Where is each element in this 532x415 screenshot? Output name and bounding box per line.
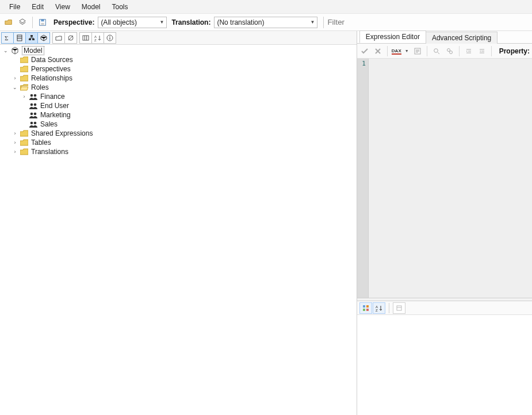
tree-item-label: Roles [31, 83, 49, 91]
svg-rect-1 [41, 19, 44, 21]
editor-code-area[interactable] [369, 59, 532, 298]
expand-icon[interactable]: › [12, 149, 18, 155]
svg-point-32 [434, 48, 438, 52]
hidden-objects-icon[interactable] [64, 32, 77, 44]
property-label: Property: [499, 47, 530, 55]
expression-editor[interactable]: 1 [357, 59, 532, 298]
left-pane: Σ AZ [0, 31, 357, 415]
chevron-down-icon[interactable]: ▼ [405, 49, 409, 53]
tree-item-label: End User [40, 102, 69, 110]
folder-icon [20, 56, 29, 64]
tab-expression-editor[interactable]: Expression Editor [359, 30, 426, 43]
svg-point-20 [30, 94, 33, 97]
indent-icon[interactable] [464, 46, 474, 56]
menu-edit[interactable]: Edit [26, 1, 49, 13]
columns-view-icon[interactable] [13, 32, 26, 44]
folder-open-icon [20, 83, 29, 91]
perspective-combo[interactable]: (All objects) ▼ [98, 17, 167, 28]
property-grid[interactable] [357, 315, 532, 415]
tree-item-role-sales[interactable]: › Sales [18, 120, 357, 129]
deploy-icon[interactable] [16, 16, 29, 29]
perspective-value: (All objects) [101, 18, 137, 26]
filter-info-icon[interactable] [104, 32, 116, 44]
expand-icon[interactable]: › [12, 75, 18, 81]
svg-rect-4 [17, 35, 22, 41]
partitions-view-icon[interactable] [37, 32, 50, 44]
svg-point-21 [34, 94, 37, 97]
tree-item-data-sources[interactable]: ▸ Data Sources [9, 55, 357, 64]
find-icon[interactable] [431, 46, 442, 56]
sort-icon[interactable]: AZ [91, 32, 104, 44]
role-icon [29, 111, 38, 119]
outdent-icon[interactable] [477, 46, 487, 56]
chevron-down-icon: ▼ [159, 20, 164, 25]
menu-file[interactable]: File [3, 1, 26, 13]
collapse-icon[interactable]: ⌄ [2, 48, 9, 53]
tree-item-label: Finance [40, 93, 65, 101]
alphabetical-sort-icon[interactable]: AZ [373, 302, 385, 314]
svg-rect-2 [41, 22, 44, 25]
svg-rect-7 [30, 35, 33, 37]
tree-item-label: Translations [31, 148, 68, 156]
translation-combo[interactable]: (No translation) ▼ [214, 17, 317, 28]
tree-item-label: Tables [31, 139, 51, 147]
tree-item-translations[interactable]: › Translations [9, 147, 357, 156]
svg-point-35 [449, 51, 452, 53]
dax-mode-icon[interactable]: DAX [392, 46, 401, 56]
tree-item-tables[interactable]: › Tables [9, 138, 357, 147]
tree-item-role-finance[interactable]: › Finance [18, 92, 357, 101]
separator [491, 46, 492, 56]
svg-rect-45 [366, 309, 369, 311]
tree-item-label: Sales [40, 120, 58, 128]
collapse-icon[interactable]: ⌄ [12, 84, 18, 90]
table-icon[interactable] [79, 32, 92, 44]
tree-item-relationships[interactable]: › Relationships [9, 74, 357, 83]
tree-item-roles[interactable]: ⌄ Roles [9, 83, 357, 92]
menu-view[interactable]: View [49, 1, 76, 13]
script-icon[interactable] [412, 46, 423, 56]
svg-rect-8 [29, 39, 31, 40]
main-toolbar: Perspective: (All objects) ▼ Translation… [0, 14, 532, 31]
svg-point-24 [30, 113, 33, 116]
display-folders-icon[interactable] [52, 32, 65, 44]
svg-rect-19 [109, 37, 110, 40]
property-pages-icon[interactable] [393, 302, 405, 314]
expand-icon[interactable]: › [12, 130, 18, 136]
expand-icon[interactable]: › [21, 94, 28, 99]
measures-view-icon[interactable]: Σ [1, 32, 14, 44]
svg-point-26 [30, 122, 33, 125]
tree-item-label: Perspectives [31, 65, 71, 73]
tree-item-label: Shared Expressions [31, 129, 93, 137]
tree-item-shared-expressions[interactable]: › Shared Expressions [9, 129, 357, 138]
tree-item-perspectives[interactable]: ▸ Perspectives [9, 64, 357, 74]
model-tree[interactable]: ⌄ Model ▸ Data Sources ▸ Perspectives › … [0, 45, 357, 415]
save-icon[interactable] [36, 16, 49, 29]
accept-icon[interactable] [359, 46, 370, 56]
replace-icon[interactable] [445, 46, 455, 56]
menu-tools[interactable]: Tools [106, 1, 134, 13]
tree-item-role-marketing[interactable]: › Marketing [18, 110, 357, 120]
tree-item-role-enduser[interactable]: › End User [18, 101, 357, 110]
categorized-view-icon[interactable] [359, 302, 372, 314]
svg-point-34 [447, 48, 450, 51]
cube-icon [10, 47, 20, 55]
hierarchy-view-icon[interactable] [25, 32, 38, 44]
chevron-down-icon: ▼ [310, 20, 315, 25]
separator [387, 46, 388, 56]
tree-root[interactable]: ⌄ Model [0, 46, 357, 55]
translation-label: Translation: [171, 18, 210, 26]
filter-input[interactable] [323, 17, 530, 28]
cancel-icon[interactable] [373, 46, 383, 56]
open-folder-icon[interactable] [2, 16, 15, 29]
folder-icon [20, 129, 29, 137]
editor-toolbar: DAX ▼ Property: [357, 44, 532, 59]
menu-model[interactable]: Model [76, 1, 106, 13]
folder-icon [20, 74, 29, 82]
tab-advanced-scripting[interactable]: Advanced Scripting [426, 32, 497, 44]
separator [427, 46, 427, 56]
expand-icon[interactable]: › [12, 140, 18, 145]
tree-item-label: Relationships [31, 74, 72, 82]
gutter-line-number: 1 [359, 60, 366, 67]
separator [32, 17, 33, 28]
role-icon [29, 102, 38, 110]
